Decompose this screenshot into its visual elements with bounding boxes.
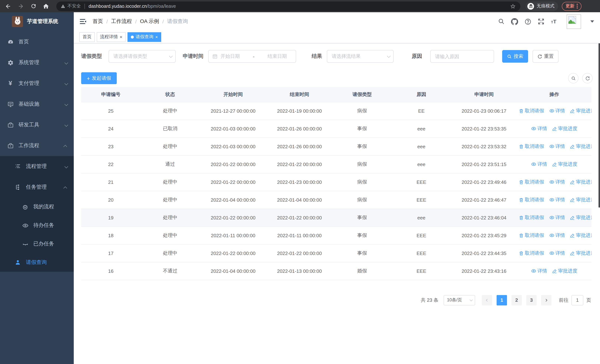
help-icon[interactable] — [525, 18, 531, 25]
prev-page-button[interactable] — [482, 295, 492, 305]
detail-link[interactable]: 详情 — [549, 178, 565, 185]
cancel-leave-link[interactable]: 取消请假 — [519, 179, 544, 185]
home-icon[interactable] — [42, 2, 50, 10]
cancel-leave-link[interactable]: 取消请假 — [519, 214, 544, 221]
eye-icon — [531, 268, 536, 273]
trash-icon — [519, 144, 524, 149]
result-select[interactable]: 请选择流结果 — [327, 50, 394, 63]
page-size-select[interactable]: 10条/页 — [444, 295, 475, 305]
approval-progress-link[interactable]: 审批进度 — [552, 268, 577, 274]
sidebar-collapse-icon[interactable] — [79, 18, 87, 25]
detail-link[interactable]: 详情 — [531, 161, 547, 167]
breadcrumb-home[interactable]: 首页 — [93, 18, 103, 25]
result-label: 结果 — [312, 53, 322, 60]
incognito-badge: 无痕模式 — [525, 1, 558, 11]
cancel-leave-link[interactable]: 取消请假 — [519, 196, 544, 203]
sidebar-item-home[interactable]: 首页 — [0, 31, 74, 52]
sidebar-item-workflow[interactable]: 工作流程 — [0, 135, 74, 156]
detail-link[interactable]: 详情 — [549, 250, 565, 256]
sidebar-item-payment[interactable]: ¥ 支付管理 — [0, 73, 74, 94]
page-button-1[interactable]: 1 — [497, 295, 507, 305]
approval-progress-link[interactable]: 审批进度 — [570, 107, 592, 114]
sidebar-item-leave-query[interactable]: 请假查询 — [0, 253, 74, 272]
bookmark-star-icon[interactable] — [510, 3, 516, 9]
cancel-leave-link[interactable]: 取消请假 — [519, 107, 544, 114]
browser-menu-icon[interactable] — [577, 4, 578, 9]
sidebar-item-task-mgmt[interactable]: 任务管理 — [0, 177, 74, 197]
address-bar[interactable]: 不安全 dashboard.yudao.iocoder.cn/bpm/oa/le… — [56, 1, 520, 11]
approval-progress-link[interactable]: 审批进度 — [570, 196, 592, 203]
svg-text:T: T — [551, 20, 553, 24]
breadcrumb-oa-example[interactable]: OA 示例 — [140, 18, 159, 25]
detail-link[interactable]: 详情 — [549, 214, 565, 221]
reload-icon[interactable] — [30, 2, 37, 10]
back-icon[interactable] — [4, 2, 12, 10]
approval-progress-link[interactable]: 审批进度 — [570, 214, 592, 221]
detail-link[interactable]: 详情 — [549, 143, 565, 149]
detail-link[interactable]: 详情 — [549, 196, 565, 203]
cell-leave-type: 事假 — [332, 226, 392, 244]
approval-progress-link[interactable]: 审批进度 — [570, 143, 592, 150]
leave-type-select[interactable]: 请选择请假类型 — [109, 50, 176, 63]
update-button[interactable]: 更新 — [562, 2, 581, 10]
sidebar-item-process-mgmt[interactable]: 流程管理 — [0, 156, 74, 177]
cancel-leave-link[interactable]: 取消请假 — [519, 143, 544, 150]
detail-link[interactable]: 详情 — [531, 267, 547, 274]
page-button-2[interactable]: 2 — [511, 295, 522, 305]
trash-icon — [519, 215, 524, 220]
approval-progress-link[interactable]: 审批进度 — [552, 125, 577, 132]
sidebar-item-done-tasks[interactable]: 已办任务 — [0, 235, 74, 253]
apply-time-range-picker[interactable]: 开始日期 - 结束日期 — [208, 50, 296, 63]
cell-apply-id: 24 — [81, 120, 141, 138]
top-navbar: 首页/ 工作流程/ OA 示例/ 请假查询 TT — [74, 12, 600, 31]
security-label[interactable]: 不安全 — [67, 3, 81, 9]
github-icon[interactable] — [511, 18, 518, 25]
cell-start-time: 2022-01-03 00:00:00 — [200, 120, 266, 138]
font-size-icon[interactable]: TT — [551, 18, 558, 25]
search-icon[interactable] — [498, 18, 505, 25]
sidebar-item-system[interactable]: 系统管理 — [0, 52, 74, 73]
sidebar-item-todo-tasks[interactable]: 待办任务 — [0, 216, 74, 235]
detail-link[interactable]: 详情 — [531, 125, 547, 132]
page-content: 请假类型 请选择请假类型 申请时间 开始日期 - 结束日期 结果 请选择流结果 — [74, 43, 600, 305]
search-button[interactable]: 搜索 — [502, 50, 528, 63]
approval-progress-link[interactable]: 审批进度 — [570, 179, 592, 185]
tag-process-detail[interactable]: 流程详情× — [97, 32, 126, 42]
next-page-button[interactable] — [541, 295, 552, 305]
goto-page-input[interactable] — [572, 295, 583, 305]
page-button-3[interactable]: 3 — [526, 295, 537, 305]
tag-leave-query[interactable]: 请假查询× — [128, 32, 161, 42]
cell-apply-time: 2022-01-22 23:53:32 — [451, 138, 517, 155]
sidebar-item-label: 基础设施 — [19, 101, 65, 107]
close-icon[interactable]: × — [155, 35, 158, 39]
flow-tree-icon — [13, 183, 22, 192]
breadcrumb-workflow[interactable]: 工作流程 — [111, 18, 132, 25]
fullscreen-icon[interactable] — [538, 18, 544, 25]
detail-link[interactable]: 详情 — [549, 232, 565, 239]
detail-link[interactable]: 详情 — [549, 107, 565, 114]
reset-button[interactable]: 重置 — [533, 50, 559, 63]
broken-image-icon — [568, 16, 576, 24]
cancel-leave-link[interactable]: 取消请假 — [519, 232, 544, 239]
sidebar-item-devtools[interactable]: 研发工具 — [0, 114, 74, 135]
col-start-time: 开始时间 — [200, 87, 266, 102]
reason-input[interactable] — [431, 54, 494, 59]
approval-progress-link[interactable]: 审批进度 — [570, 250, 592, 257]
sidebar-item-infrastructure[interactable]: 基础设施 — [0, 94, 74, 114]
cancel-leave-link[interactable]: 取消请假 — [519, 250, 544, 257]
close-icon[interactable]: × — [120, 35, 122, 39]
sidebar-item-my-process[interactable]: 我的流程 — [0, 197, 74, 216]
app-logo[interactable]: 芋道管理系统 — [0, 12, 74, 31]
tag-home[interactable]: 首页 — [79, 32, 95, 42]
forward-icon[interactable] — [17, 2, 24, 10]
date-start-placeholder: 开始日期 — [221, 53, 240, 60]
approval-progress-link[interactable]: 审批进度 — [570, 232, 592, 239]
reason-label: 原因 — [412, 53, 422, 60]
main-area: 首页/ 工作流程/ OA 示例/ 请假查询 TT 首页 流程详情× 请假查询× — [74, 12, 600, 364]
avatar-caret-icon[interactable] — [590, 20, 594, 23]
toggle-search-button[interactable] — [568, 73, 579, 84]
avatar[interactable] — [567, 14, 581, 29]
create-leave-button[interactable]: + 发起请假 — [81, 72, 117, 84]
approval-progress-link[interactable]: 审批进度 — [552, 161, 577, 168]
refresh-table-button[interactable] — [582, 73, 593, 84]
